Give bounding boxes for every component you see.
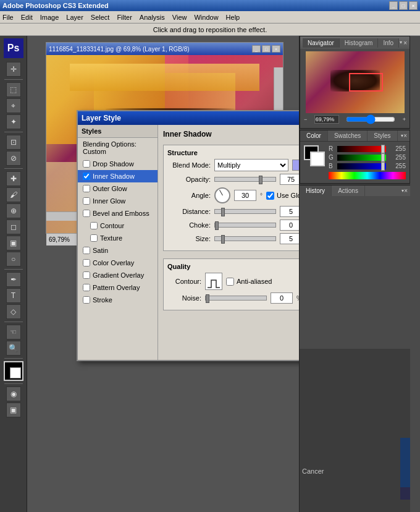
style-contour[interactable]: Contour [78,220,158,232]
menu-image[interactable]: Image [40,14,59,21]
contour-checkbox[interactable] [90,222,98,229]
inner-glow-checkbox[interactable] [83,197,90,205]
style-pattern-overlay[interactable]: Pattern Overlay [78,281,158,294]
panel-collapse-icon[interactable]: ▾ [400,40,402,46]
choke-input[interactable]: 0 [280,220,299,231]
contour-thumbnail[interactable] [205,273,222,290]
size-slider[interactable] [214,236,276,241]
maximize-button[interactable]: □ [399,1,408,10]
blue-channel-thumb[interactable] [381,162,385,171]
menu-edit[interactable]: Edit [21,14,33,21]
distance-slider[interactable] [214,209,276,214]
stroke-checkbox[interactable] [83,296,90,304]
hand-tool[interactable]: ☜ [6,325,21,339]
distance-input[interactable]: 5 [280,206,299,217]
choke-slider[interactable] [214,223,276,228]
heal-tool[interactable]: ✚ [6,171,21,186]
pattern-overlay-checkbox[interactable] [83,284,90,291]
menu-filter[interactable]: Filter [117,14,132,21]
style-stroke[interactable]: Stroke [78,294,158,306]
tab-navigator[interactable]: Navigator [303,38,340,48]
background-color-swatch[interactable] [310,151,325,166]
style-blending-options[interactable]: Blending Options: Custom [78,138,158,158]
shape-tool[interactable]: ◇ [6,304,21,319]
opacity-slider[interactable] [214,177,276,182]
noise-slider[interactable] [205,296,267,301]
navigator-zoom-slider[interactable] [346,114,395,124]
eyedropper-tool[interactable]: ⊘ [6,151,21,166]
angle-wheel[interactable] [214,187,230,203]
menu-help[interactable]: Help [226,14,240,21]
size-input[interactable]: 5 [280,233,299,244]
style-texture[interactable]: Texture [78,232,158,244]
bevel-emboss-checkbox[interactable] [83,210,90,217]
color-spectrum-bar[interactable] [329,172,406,179]
style-bevel-emboss[interactable]: Bevel and Emboss [78,207,158,220]
img-maximize-button[interactable]: □ [262,45,271,53]
menu-file[interactable]: File [2,14,14,21]
lasso-tool[interactable]: ⌖ [6,98,21,113]
inner-shadow-checkbox[interactable] [83,173,90,180]
style-color-overlay[interactable]: Color Overlay [78,257,158,269]
gradient-overlay-checkbox[interactable] [83,271,90,279]
tab-actions[interactable]: Actions [332,186,365,196]
style-gradient-overlay[interactable]: Gradient Overlay [78,269,158,281]
magic-wand-tool[interactable]: ✦ [6,114,21,129]
pen-tool[interactable]: ✒ [6,272,21,287]
menu-window[interactable]: Window [194,14,218,21]
global-light-checkbox[interactable] [266,192,274,200]
nav-zoom-in-icon[interactable]: + [403,116,406,122]
tab-history[interactable]: History [300,186,332,196]
style-satin[interactable]: Satin [78,244,158,257]
tab-swatches[interactable]: Swatches [328,130,368,141]
menu-analysis[interactable]: Analysis [140,14,165,21]
eraser-tool[interactable]: ◻ [6,220,21,234]
satin-checkbox[interactable] [83,247,90,254]
title-bar: Adobe Photoshop CS3 Extended _ □ × [0,0,420,11]
tab-info[interactable]: Info [378,38,399,48]
menu-view[interactable]: View [172,14,187,21]
angle-input[interactable]: 30 [234,190,256,201]
zoom-tool[interactable]: 🔍 [6,341,21,356]
tab-styles-color[interactable]: Styles [368,130,397,141]
menu-select[interactable]: Select [91,14,110,21]
menu-layer[interactable]: Layer [66,14,83,21]
style-drop-shadow[interactable]: Drop Shadow [78,158,158,170]
style-inner-shadow[interactable]: Inner Shadow [78,170,158,182]
minimize-button[interactable]: _ [389,1,398,10]
panel-close-icon[interactable]: × [403,40,407,46]
text-tool[interactable]: T [6,288,21,303]
green-channel-thumb[interactable] [381,153,385,162]
style-outer-glow[interactable]: Outer Glow [78,182,158,195]
tab-histogram[interactable]: Histogram [340,38,379,48]
foreground-bg-color[interactable] [4,361,23,381]
history-panel-close-icon[interactable]: × [404,187,408,194]
drop-shadow-checkbox[interactable] [83,160,90,168]
move-tool[interactable]: ✛ [6,62,21,77]
red-channel-thumb[interactable] [381,145,385,153]
screen-mode-tool[interactable]: ▣ [6,403,21,417]
crop-tool[interactable]: ⊡ [6,135,21,150]
outer-glow-checkbox[interactable] [83,185,90,192]
img-close-button[interactable]: × [272,45,280,53]
brush-tool[interactable]: 🖌 [6,187,21,202]
clone-tool[interactable]: ⊕ [6,203,21,218]
blend-color-swatch[interactable] [292,160,299,171]
quick-mask-tool[interactable]: ◉ [6,386,21,401]
select-rect-tool[interactable]: ⬚ [6,82,21,97]
nav-zoom-out-icon[interactable]: − [304,116,307,122]
close-button[interactable]: × [409,1,418,10]
blend-mode-select[interactable]: Multiply Normal Screen [214,159,288,171]
gradient-tool[interactable]: ▣ [6,236,21,250]
tab-color[interactable]: Color [300,130,328,141]
noise-input[interactable]: 0 [271,292,293,304]
texture-checkbox[interactable] [90,234,98,242]
dodge-tool[interactable]: ○ [6,252,21,267]
navigator-zoom-input[interactable] [314,115,339,124]
color-panel-close-icon[interactable]: × [403,132,407,139]
anti-aliased-checkbox[interactable] [226,278,234,286]
style-inner-glow[interactable]: Inner Glow [78,195,158,207]
img-minimize-button[interactable]: _ [252,45,261,53]
opacity-input[interactable]: 75 [280,174,299,185]
color-overlay-checkbox[interactable] [83,259,90,267]
